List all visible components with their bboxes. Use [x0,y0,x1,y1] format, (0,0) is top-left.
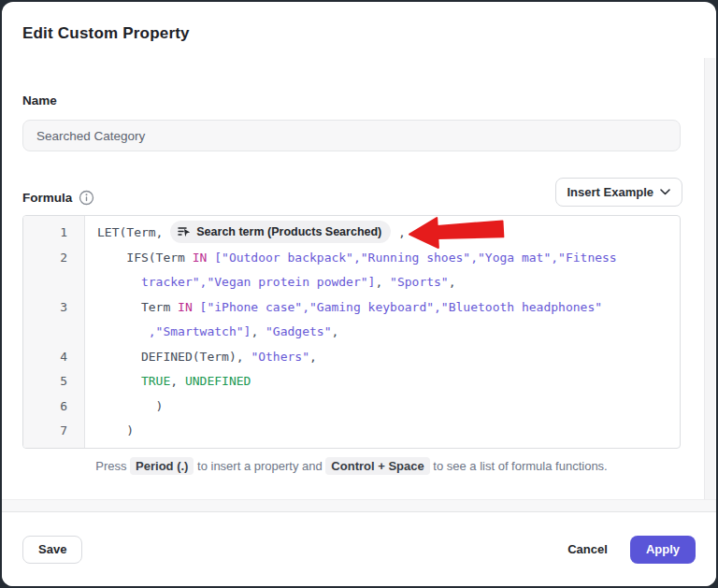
code-token: tracker","Vegan protein powder"] [141,275,375,289]
code-text: Term IN ["iPhone case","Gaming keyboard"… [86,295,602,321]
info-circle-icon[interactable] [79,190,94,206]
line-number: 4 [23,345,86,370]
code-line: 2 IFS(Term IN ["Outdoor backpack","Runni… [23,246,680,271]
code-token: , [309,350,317,364]
code-text: DEFINED(Term), "Others", [86,345,317,370]
line-number: 6 [23,394,86,420]
property-chip-label: Search term (Products Searched) [196,220,381,245]
line-number: 5 [23,369,86,394]
code-text: ) [86,419,134,444]
code-token: Term [97,300,178,314]
code-token [97,275,141,289]
code-token: , [170,374,185,388]
formula-editor[interactable]: 1LET(Term, Search term (Products Searche… [22,215,681,449]
code-token [97,374,141,388]
code-token: ["iPhone case","Gaming keyboard","Blueto… [200,300,602,314]
edit-custom-property-dialog: Edit Custom Property Name Formula Insert… [2,2,716,586]
code-line: 4 DEFINED(Term), "Others", [23,345,680,370]
line-number [23,320,86,345]
line-number: 3 [23,295,86,321]
apply-button[interactable]: Apply [630,536,696,564]
code-line: ,"Smartwatch"], "Gadgets", [23,320,680,345]
code-text: TRUE, UNDEFINED [86,369,251,394]
code-token: , [375,275,390,289]
code-token: "Gadgets" [266,324,331,338]
insert-example-label: Insert Example [567,185,654,199]
code-token: ,"Smartwatch"] [149,324,251,338]
code-token: UNDEFINED [185,374,251,388]
editor-hint-text: Press Period (.) to insert a property an… [22,459,681,473]
code-token: ["Outdoor backpack","Running shoes","Yog… [214,251,616,265]
name-input[interactable] [22,120,681,151]
code-token: , [449,275,456,289]
insert-example-button[interactable]: Insert Example [555,178,683,207]
code-line: tracker","Vegan protein powder"], "Sport… [23,270,680,295]
code-token: LET(Term, [97,225,170,239]
property-cursor-icon [178,225,191,238]
code-token: TRUE [141,374,170,388]
formula-label-row: Formula [22,190,94,206]
code-text: ,"Smartwatch"], "Gadgets", [86,320,338,345]
code-token: , [331,324,338,338]
cancel-button[interactable]: Cancel [554,536,621,564]
vertical-scrollbar-track[interactable] [704,58,715,500]
code-token [193,300,200,314]
code-text: ) [86,394,163,420]
code-token: "Sports" [390,275,449,289]
code-token: DEFINED(Term), [97,350,251,364]
code-token: IN [178,300,193,314]
hint-text-segment: to see a list of formula functions. [430,459,608,473]
code-line: 3 Term IN ["iPhone case","Gaming keyboar… [23,295,680,321]
line-number: 2 [23,246,86,271]
property-chip[interactable]: Search term (Products Searched) [170,221,391,243]
code-line: 1LET(Term, Search term (Products Searche… [23,221,680,246]
code-token: , [391,225,406,239]
code-text: IFS(Term IN ["Outdoor backpack","Running… [86,246,617,271]
line-number: 7 [23,419,86,444]
code-token [97,324,149,338]
code-text: tracker","Vegan protein powder"], "Sport… [86,270,456,295]
dialog-title: Edit Custom Property [22,24,190,43]
code-token: "Others" [251,350,309,364]
code-token: ) [97,399,163,413]
line-number [23,270,86,295]
formula-label: Formula [22,191,72,205]
hint-text-segment: Press [95,459,130,473]
save-button[interactable]: Save [22,536,82,564]
code-token: IN [193,251,208,265]
keyboard-shortcut-badge: Control + Space [325,457,429,475]
code-token: , [251,324,266,338]
code-line: 7 ) [23,419,680,444]
keyboard-shortcut-badge: Period (.) [130,457,194,475]
code-line: 5 TRUE, UNDEFINED [23,369,680,394]
code-line: 6 ) [23,394,680,420]
name-label: Name [22,93,57,108]
hint-text-segment: to insert a property and [194,459,325,473]
chevron-down-icon [660,189,670,195]
code-token: ) [97,423,134,437]
code-text: LET(Term, Search term (Products Searched… [86,221,406,246]
line-number: 1 [23,221,86,246]
dialog-footer: Save Cancel Apply [2,512,716,586]
code-area[interactable]: 1LET(Term, Search term (Products Searche… [23,216,680,448]
code-token: IFS(Term [97,251,193,265]
horizontal-scrollbar-track[interactable] [2,499,716,512]
